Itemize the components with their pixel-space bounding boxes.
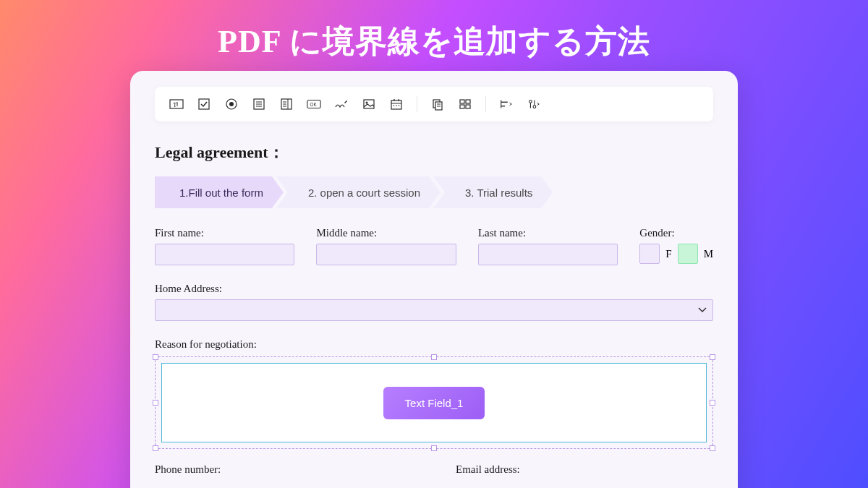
svg-point-37	[529, 100, 532, 103]
image-icon[interactable]	[362, 97, 376, 111]
toolbar-separator	[417, 96, 417, 112]
svg-point-24	[396, 105, 397, 106]
form-toolbar: T OK	[155, 87, 713, 121]
home-address-dropdown[interactable]	[155, 299, 713, 321]
text-field-icon[interactable]: T	[169, 97, 184, 111]
svg-point-18	[366, 102, 368, 104]
phone-label: Phone number:	[155, 463, 412, 476]
reason-textarea[interactable]: Text Field_1	[161, 363, 707, 442]
field-name-badge[interactable]: Text Field_1	[383, 387, 485, 419]
radio-icon[interactable]	[224, 97, 239, 111]
field-selection[interactable]: Text Field_1	[155, 356, 713, 449]
resize-handle[interactable]	[153, 354, 158, 360]
align-icon[interactable]	[499, 97, 514, 111]
svg-text:T: T	[173, 101, 177, 108]
last-name-label: Last name:	[478, 227, 618, 239]
first-name-input[interactable]	[155, 244, 294, 265]
svg-rect-33	[466, 105, 470, 108]
svg-rect-3	[199, 99, 209, 109]
svg-point-23	[393, 105, 395, 106]
svg-rect-17	[364, 100, 374, 108]
svg-point-39	[533, 106, 536, 108]
step-1[interactable]: 1.Fill out the form	[155, 176, 284, 208]
resize-handle[interactable]	[710, 445, 715, 451]
gender-m-checkbox[interactable]	[678, 244, 698, 264]
middle-name-label: Middle name:	[316, 227, 456, 239]
chevron-down-icon	[698, 307, 707, 313]
resize-handle[interactable]	[431, 445, 437, 451]
resize-handle[interactable]	[710, 400, 715, 406]
middle-name-input[interactable]	[316, 244, 456, 265]
gender-f-label: F	[665, 248, 671, 260]
svg-text:OK: OK	[310, 102, 318, 107]
editor-panel: T OK	[130, 71, 738, 488]
name-row: First name: Middle name: Last name: Gend…	[155, 227, 713, 265]
combo-icon[interactable]	[279, 97, 294, 111]
copy-icon[interactable]	[430, 97, 445, 111]
tools-icon[interactable]	[527, 97, 541, 111]
home-address-label: Home Address:	[155, 283, 713, 295]
step-2[interactable]: 2. open a court session	[276, 176, 441, 208]
checkbox-icon[interactable]	[197, 97, 211, 111]
document-title: Legal agreement：	[155, 142, 713, 163]
date-icon[interactable]	[389, 97, 404, 111]
reason-label: Reason for negotiation:	[155, 338, 713, 351]
ok-button-icon[interactable]: OK	[307, 97, 321, 111]
gender-f-checkbox[interactable]	[639, 244, 660, 264]
gender-m-label: M	[704, 248, 713, 260]
svg-rect-32	[460, 105, 464, 108]
resize-handle[interactable]	[153, 445, 158, 451]
svg-rect-30	[460, 100, 464, 103]
svg-point-25	[399, 105, 400, 106]
resize-handle[interactable]	[153, 400, 158, 406]
email-label: Email address:	[456, 463, 713, 476]
steps-breadcrumb: 1.Fill out the form 2. open a court sess…	[155, 176, 713, 208]
resize-handle[interactable]	[431, 354, 437, 360]
list-icon[interactable]	[252, 97, 266, 111]
toolbar-separator	[485, 96, 486, 112]
page-title: PDF に境界線を追加する方法	[0, 0, 868, 63]
svg-rect-19	[391, 100, 401, 109]
first-name-label: First name:	[155, 227, 294, 239]
gender-label: Gender:	[639, 227, 713, 239]
svg-rect-31	[466, 100, 470, 103]
svg-point-5	[229, 102, 234, 106]
step-3[interactable]: 3. Trial results	[433, 176, 553, 208]
resize-handle[interactable]	[710, 354, 715, 360]
signature-icon[interactable]	[334, 97, 349, 111]
last-name-input[interactable]	[478, 244, 618, 265]
grid-icon[interactable]	[458, 97, 472, 111]
